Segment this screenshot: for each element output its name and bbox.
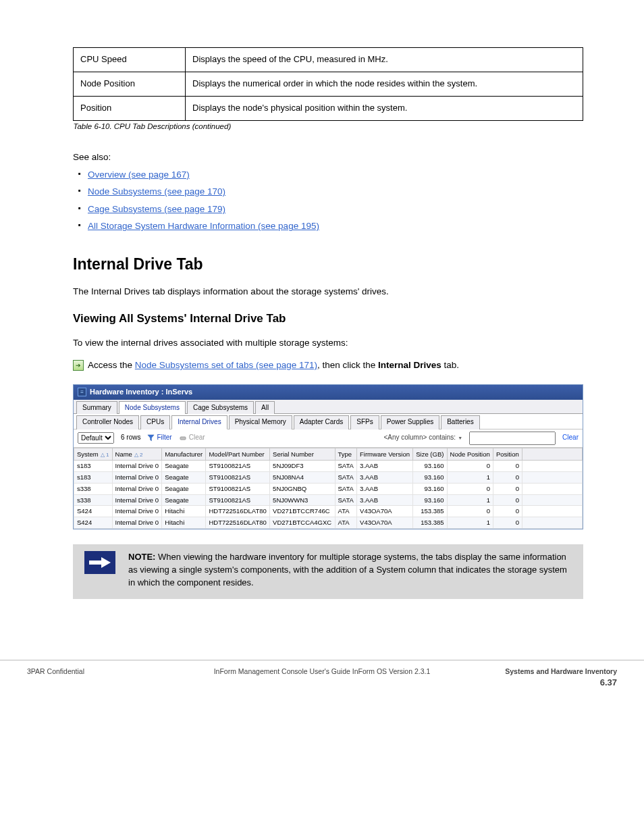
table-row[interactable]: s183Internal Drive 0SeagateST9100821AS5N… <box>74 461 583 472</box>
panel-icon: ≡ <box>78 388 86 396</box>
col-type[interactable]: Type <box>335 448 357 461</box>
def-cell: Displays the numerical order in which th… <box>186 72 583 96</box>
panel-title: Hardware Inventory : InServs <box>90 387 192 398</box>
tab-adapter-cards[interactable]: Adapter Cards <box>294 415 349 429</box>
col-pos[interactable]: Position <box>493 448 522 461</box>
tab-summary[interactable]: Summary <box>76 401 117 415</box>
filter-bar: Default 6 rows Filter Clear <Any column>… <box>74 429 583 448</box>
sort-asc-icon: △ 1 <box>101 452 109 458</box>
eraser-icon <box>179 435 187 442</box>
step-bold: Internal Drives <box>378 360 441 370</box>
svg-rect-0 <box>180 437 186 440</box>
see-also-link[interactable]: Overview (see page 167) <box>88 170 190 180</box>
tab-node-subsystems[interactable]: Node Subsystems <box>119 401 186 415</box>
see-also-label: See also: <box>73 151 583 164</box>
col-model[interactable]: Model/Part Number <box>206 448 270 461</box>
panel-titlebar: ≡ Hardware Inventory : InServs <box>74 385 583 400</box>
def-cell: Displays the speed of the CPU, measured … <box>186 48 583 72</box>
col-manufacturer[interactable]: Manufacturer <box>162 448 206 461</box>
step-row: ➔ Access the Node Subsystems set of tabs… <box>73 359 583 372</box>
section-heading: Internal Drive Tab <box>73 253 583 276</box>
tab-cpus[interactable]: CPUs <box>140 415 170 429</box>
col-fw[interactable]: Firmware Version <box>357 448 413 461</box>
tab-sfps[interactable]: SFPs <box>350 415 379 429</box>
see-also-link[interactable]: All Storage System Hardware Information … <box>88 221 319 231</box>
see-also-link[interactable]: Cage Subsystems (see page 179) <box>88 204 225 214</box>
see-also-list: Overview (see page 167) Node Subsystems … <box>88 168 583 233</box>
hardware-inventory-panel: ≡ Hardware Inventory : InServs Summary N… <box>73 384 583 529</box>
funnel-icon <box>147 434 155 442</box>
table-row[interactable]: S424Internal Drive 0HitachiHDT722516DLAT… <box>74 506 583 517</box>
table-row[interactable]: S424Internal Drive 0HitachiHDT722516DLAT… <box>74 517 583 529</box>
footer-center: InForm Management Console User's Guide I… <box>0 667 644 675</box>
tab-power-supplies[interactable]: Power Supplies <box>381 415 439 429</box>
table-row[interactable]: s338Internal Drive 0SeagateST9100821AS5N… <box>74 494 583 506</box>
footer-page-num: 6.37 <box>505 677 617 687</box>
note-box: NOTE: When viewing the hardware inventor… <box>73 544 583 599</box>
match-column-select[interactable]: <Any column> contains: <box>383 433 462 443</box>
term-cell: Node Position <box>74 72 186 96</box>
term-cell: CPU Speed <box>74 48 186 72</box>
filter-button[interactable]: Filter <box>147 433 171 443</box>
clear-match-link[interactable]: Clear <box>562 433 579 443</box>
def-cell: Displays the node's physical position wi… <box>186 96 583 120</box>
see-also-link[interactable]: Node Subsystems (see page 170) <box>88 186 225 197</box>
sort-asc-icon: △ 2 <box>134 452 143 458</box>
col-size[interactable]: Size (GB) <box>413 448 447 461</box>
clear-filter-button[interactable]: Clear <box>179 433 205 443</box>
step-link[interactable]: Node Subsystems set of tabs (see page 17… <box>135 360 317 370</box>
note-text: NOTE: When viewing the hardware inventor… <box>127 544 583 599</box>
tab-cage-subsystems[interactable]: Cage Subsystems <box>187 401 254 415</box>
page-footer: 3PAR Confidential InForm Management Cons… <box>0 660 644 708</box>
tab-physical-memory[interactable]: Physical Memory <box>229 415 292 429</box>
col-system[interactable]: System△ 1 <box>74 448 113 461</box>
tab-batteries[interactable]: Batteries <box>441 415 479 429</box>
action-arrow-icon: ➔ <box>73 360 84 371</box>
tab-internal-drives[interactable]: Internal Drives <box>171 415 227 429</box>
tab-controller-nodes[interactable]: Controller Nodes <box>76 415 139 429</box>
table-row[interactable]: s338Internal Drive 0SeagateST9100821AS5N… <box>74 483 583 494</box>
section-para: The Internal Drives tab displays informa… <box>73 285 583 298</box>
sub-tab-bar: Controller Nodes CPUs Internal Drives Ph… <box>74 414 583 429</box>
table-row[interactable]: s183Internal Drive 0SeagateST9100821AS5N… <box>74 472 583 484</box>
drives-table: System△ 1 Name△ 2 Manufacturer Model/Par… <box>74 448 583 529</box>
step-text: Access the Node Subsystems set of tabs (… <box>88 359 459 372</box>
view-select[interactable]: Default <box>78 432 114 444</box>
table-caption: Table 6-10. CPU Tab Descriptions (contin… <box>74 120 583 134</box>
col-name[interactable]: Name△ 2 <box>112 448 162 461</box>
subsection-para: To view the internal drives associated w… <box>73 336 583 350</box>
tab-all[interactable]: All <box>255 401 275 415</box>
main-tab-bar: Summary Node Subsystems Cage Subsystems … <box>74 400 583 415</box>
subsection-heading: Viewing All Systems' Internal Drive Tab <box>73 311 583 328</box>
col-npos[interactable]: Node Position <box>447 448 493 461</box>
definitions-table: CPU Speed Displays the speed of the CPU,… <box>73 47 583 134</box>
term-cell: Position <box>74 96 186 120</box>
match-input[interactable] <box>469 432 556 445</box>
note-arrow-icon <box>84 551 115 574</box>
col-empty <box>522 448 583 461</box>
col-serial[interactable]: Serial Number <box>270 448 335 461</box>
row-count: 6 rows <box>121 433 140 443</box>
